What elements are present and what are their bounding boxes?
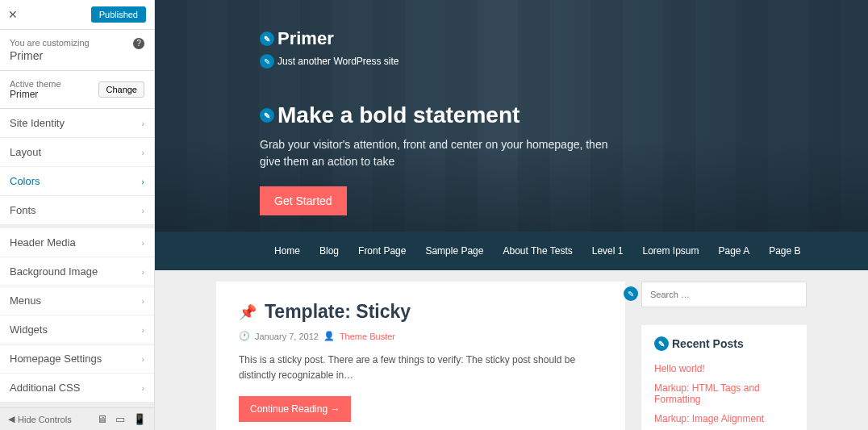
- edit-shortcut-icon[interactable]: ✎: [260, 108, 274, 123]
- customizer-sidebar: ✕ Published ? You are customizing Primer…: [0, 0, 155, 430]
- sidebar-section-layout[interactable]: Layout›: [0, 138, 154, 167]
- nav-item-page-a[interactable]: Page A: [718, 245, 749, 257]
- search-input[interactable]: [641, 282, 807, 307]
- recent-post-link[interactable]: Markup: Image Alignment: [654, 409, 794, 428]
- nav-item-page-b[interactable]: Page B: [769, 245, 800, 257]
- sidebar-section-homepage-settings[interactable]: Homepage Settings›: [0, 344, 154, 374]
- section-list: Site Identity›Layout›Colors›Fonts›Header…: [0, 109, 154, 403]
- nav-item-lorem-ipsum[interactable]: Lorem Ipsum: [642, 245, 699, 257]
- sidebar-section-additional-css[interactable]: Additional CSS›: [0, 374, 154, 403]
- chevron-right-icon: ›: [141, 177, 144, 186]
- recent-post-link[interactable]: Hello world!: [654, 359, 794, 378]
- edit-shortcut-icon[interactable]: ✎: [260, 54, 274, 69]
- section-label: Background Image: [10, 265, 98, 278]
- hero-heading: Make a bold statement: [278, 102, 520, 128]
- sidebar-section-colors[interactable]: Colors›: [0, 167, 154, 196]
- collapse-icon: ◀: [8, 414, 15, 424]
- sidebar-section-fonts[interactable]: Fonts›: [0, 196, 154, 225]
- chevron-right-icon: ›: [141, 238, 144, 248]
- chevron-right-icon: ›: [141, 325, 144, 335]
- section-label: Menus: [10, 294, 41, 307]
- section-label: Fonts: [10, 204, 36, 216]
- chevron-right-icon: ›: [141, 354, 144, 364]
- mobile-icon[interactable]: 📱: [133, 413, 146, 425]
- hide-controls-button[interactable]: ◀ Hide Controls: [8, 414, 72, 424]
- edit-shortcut-icon[interactable]: ✎: [654, 336, 669, 351]
- sidebar-section-background-image[interactable]: Background Image›: [0, 257, 154, 286]
- search-widget: ✎: [641, 282, 807, 307]
- preview-pane: ✎ Primer ✎ Just another WordPress site ✎…: [155, 0, 868, 430]
- post-card: 📌 Template: Sticky 🕐 January 7, 2012 👤 T…: [216, 282, 625, 430]
- chevron-right-icon: ›: [141, 206, 144, 215]
- desktop-icon[interactable]: 🖥: [97, 413, 107, 425]
- widget-title: Recent Posts: [672, 337, 744, 350]
- clock-icon: 🕐: [239, 331, 250, 341]
- chevron-right-icon: ›: [141, 296, 144, 306]
- customize-theme-name: Primer: [10, 49, 144, 62]
- section-label: Header Media: [10, 236, 76, 248]
- close-icon[interactable]: ✕: [8, 8, 18, 21]
- nav-item-blog[interactable]: Blog: [319, 245, 339, 257]
- publish-button[interactable]: Published: [91, 6, 146, 23]
- pin-icon: 📌: [239, 303, 257, 321]
- section-label: Homepage Settings: [10, 353, 102, 365]
- site-title[interactable]: Primer: [278, 28, 334, 49]
- tablet-icon[interactable]: ▭: [115, 413, 125, 425]
- recent-post-link[interactable]: Markup: HTML Tags and Formatting: [654, 378, 794, 409]
- nav-item-about-the-tests[interactable]: About The Tests: [503, 245, 572, 257]
- chevron-right-icon: ›: [141, 148, 144, 157]
- customize-label: You are customizing: [10, 38, 144, 48]
- site-tagline: Just another WordPress site: [278, 56, 399, 67]
- sidebar-section-widgets[interactable]: Widgets›: [0, 315, 154, 344]
- user-icon: 👤: [323, 331, 335, 341]
- sidebar-section-site-identity[interactable]: Site Identity›: [0, 109, 154, 138]
- active-theme-label: Active theme: [10, 79, 61, 89]
- section-label: Colors: [10, 175, 40, 187]
- post-date: January 7, 2012: [255, 332, 319, 341]
- chevron-right-icon: ›: [141, 267, 144, 277]
- nav-item-sample-page[interactable]: Sample Page: [425, 245, 483, 257]
- hero: ✎ Primer ✎ Just another WordPress site ✎…: [155, 0, 868, 232]
- hero-cta-button[interactable]: Get Started: [260, 186, 347, 215]
- nav-item-level-1[interactable]: Level 1: [592, 245, 624, 257]
- nav-item-home[interactable]: Home: [274, 245, 300, 257]
- recent-posts-widget: ✎ Recent Posts Hello world!Markup: HTML …: [641, 325, 807, 430]
- sidebar-section-header-media[interactable]: Header Media›: [0, 228, 154, 257]
- section-label: Layout: [10, 146, 41, 158]
- section-label: Additional CSS: [10, 382, 80, 394]
- post-excerpt: This is a sticky post. There are a few t…: [239, 353, 603, 383]
- continue-reading-button[interactable]: Continue Reading →: [239, 396, 351, 422]
- section-label: Widgets: [10, 324, 48, 336]
- chevron-right-icon: ›: [141, 119, 144, 128]
- post-author[interactable]: Theme Buster: [340, 332, 395, 341]
- chevron-right-icon: ›: [141, 383, 144, 393]
- sidebar-section-menus[interactable]: Menus›: [0, 286, 154, 315]
- hero-subtext: Grab your visitor's attention, front and…: [260, 136, 623, 170]
- change-theme-button[interactable]: Change: [98, 81, 144, 98]
- edit-shortcut-icon[interactable]: ✎: [260, 31, 274, 46]
- post-title[interactable]: Template: Sticky: [265, 301, 411, 323]
- active-theme-name: Primer: [10, 89, 61, 100]
- customize-info: ? You are customizing Primer: [0, 30, 154, 71]
- section-label: Site Identity: [10, 117, 65, 129]
- main-nav: HomeBlogFront PageSample PageAbout The T…: [155, 232, 868, 270]
- edit-shortcut-icon[interactable]: ✎: [624, 286, 638, 301]
- nav-item-front-page[interactable]: Front Page: [358, 245, 406, 257]
- help-icon[interactable]: ?: [133, 38, 144, 49]
